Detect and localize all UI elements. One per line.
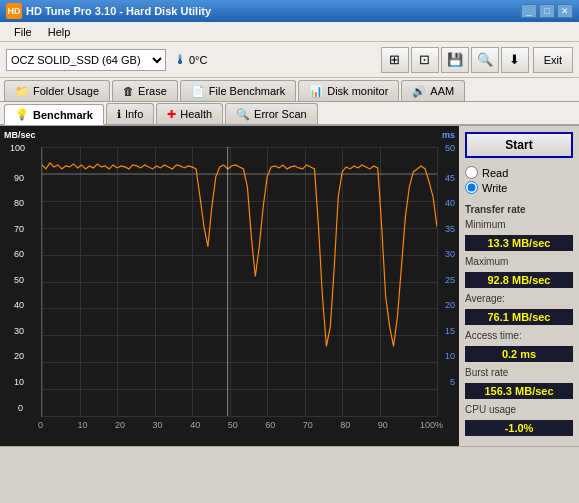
- toolbar-btn-3[interactable]: 💾: [441, 47, 469, 73]
- tab-label-aam: AAM: [430, 85, 454, 97]
- x-60: 60: [265, 420, 275, 430]
- x-20: 20: [115, 420, 125, 430]
- disk-icon: 📊: [309, 85, 323, 98]
- y-left-70: 70: [14, 224, 24, 234]
- file-icon: 📄: [191, 85, 205, 98]
- x-40: 40: [190, 420, 200, 430]
- radio-write-input[interactable]: [465, 181, 478, 194]
- x-0: 0: [38, 420, 43, 430]
- tab-label-error-scan: Error Scan: [254, 108, 307, 120]
- erase-icon: 🗑: [123, 85, 134, 97]
- radio-read-label: Read: [482, 167, 508, 179]
- toolbar-btn-5[interactable]: ⬇: [501, 47, 529, 73]
- tab-info[interactable]: ℹ Info: [106, 103, 154, 124]
- y-left-50: 50: [14, 275, 24, 285]
- tab-label-file-benchmark: File Benchmark: [209, 85, 285, 97]
- toolbar-icons: ⊞ ⊡ 💾 🔍 ⬇: [381, 47, 529, 73]
- average-label: Average:: [465, 293, 573, 304]
- y-right-10: 10: [445, 351, 455, 361]
- x-100: 100%: [420, 420, 443, 430]
- chart-area: MB/sec ms 100 90 80 70 60 50 40 30 20 10…: [0, 126, 459, 446]
- y-right-40: 40: [445, 198, 455, 208]
- access-time-label: Access time:: [465, 330, 573, 341]
- radio-write-label: Write: [482, 182, 507, 194]
- minimum-value: 13.3 MB/sec: [465, 235, 573, 251]
- tab-label-disk-monitor: Disk monitor: [327, 85, 388, 97]
- tab-file-benchmark[interactable]: 📄 File Benchmark: [180, 80, 296, 101]
- x-50: 50: [228, 420, 238, 430]
- maximize-button[interactable]: □: [539, 4, 555, 18]
- y-left-20: 20: [14, 351, 24, 361]
- minimum-label: Minimum: [465, 219, 573, 230]
- y-left-100: 100: [10, 143, 25, 153]
- exit-button[interactable]: Exit: [533, 47, 573, 73]
- aam-icon: 🔊: [412, 85, 426, 98]
- x-90: 90: [378, 420, 388, 430]
- tab-label-health: Health: [180, 108, 212, 120]
- burst-rate-value: 156.3 MB/sec: [465, 383, 573, 399]
- y-left-10: 10: [14, 377, 24, 387]
- drive-select[interactable]: OCZ SOLID_SSD (64 GB): [6, 49, 166, 71]
- grid-h-0: [42, 416, 437, 417]
- tab-aam[interactable]: 🔊 AAM: [401, 80, 465, 101]
- window-controls: _ □ ✕: [521, 4, 573, 18]
- folder-icon: 📁: [15, 85, 29, 98]
- x-30: 30: [153, 420, 163, 430]
- health-icon: ✚: [167, 108, 176, 121]
- info-icon: ℹ: [117, 108, 121, 121]
- y-left-40: 40: [14, 300, 24, 310]
- y-label-left: MB/sec: [4, 130, 36, 140]
- grid-v-100: [437, 147, 438, 416]
- average-value: 76.1 MB/sec: [465, 309, 573, 325]
- radio-read[interactable]: Read: [465, 166, 573, 179]
- cpu-usage-label: CPU usage: [465, 404, 573, 415]
- close-button[interactable]: ✕: [557, 4, 573, 18]
- benchmark-chart: [42, 147, 437, 416]
- toolbar-btn-4[interactable]: 🔍: [471, 47, 499, 73]
- radio-group: Read Write: [465, 166, 573, 194]
- y-right-20: 20: [445, 300, 455, 310]
- y-left-90: 90: [14, 173, 24, 183]
- minimize-button[interactable]: _: [521, 4, 537, 18]
- benchmark-icon: 💡: [15, 108, 29, 121]
- y-left-0: 0: [18, 403, 23, 413]
- y-label-right: ms: [442, 130, 455, 140]
- maximum-value: 92.8 MB/sec: [465, 272, 573, 288]
- app-icon: HD: [6, 3, 22, 19]
- toolbar-btn-2[interactable]: ⊡: [411, 47, 439, 73]
- radio-write[interactable]: Write: [465, 181, 573, 194]
- tab-disk-monitor[interactable]: 📊 Disk monitor: [298, 80, 399, 101]
- tab-benchmark[interactable]: 💡 Benchmark: [4, 104, 104, 125]
- toolbar-btn-1[interactable]: ⊞: [381, 47, 409, 73]
- y-right-30: 30: [445, 249, 455, 259]
- menu-bar: File Help: [0, 22, 579, 42]
- transfer-rate-label: Transfer rate: [465, 204, 573, 215]
- cpu-usage-value: -1.0%: [465, 420, 573, 436]
- tab-health[interactable]: ✚ Health: [156, 103, 223, 124]
- menu-file[interactable]: File: [6, 24, 40, 40]
- title-bar: HD HD Tune Pro 3.10 - Hard Disk Utility …: [0, 0, 579, 22]
- y-right-25: 25: [445, 275, 455, 285]
- tab-erase[interactable]: 🗑 Erase: [112, 80, 178, 101]
- temperature-value: 0°C: [189, 54, 207, 66]
- menu-help[interactable]: Help: [40, 24, 79, 40]
- tabs-row-1: 📁 Folder Usage 🗑 Erase 📄 File Benchmark …: [0, 78, 579, 102]
- tab-label-folder-usage: Folder Usage: [33, 85, 99, 97]
- y-left-60: 60: [14, 249, 24, 259]
- radio-read-input[interactable]: [465, 166, 478, 179]
- tab-error-scan[interactable]: 🔍 Error Scan: [225, 103, 318, 124]
- tabs-row-2: 💡 Benchmark ℹ Info ✚ Health 🔍 Error Scan: [0, 102, 579, 126]
- thermometer-icon: 🌡: [174, 52, 187, 67]
- tab-folder-usage[interactable]: 📁 Folder Usage: [4, 80, 110, 101]
- y-left-30: 30: [14, 326, 24, 336]
- x-80: 80: [340, 420, 350, 430]
- main-content: MB/sec ms 100 90 80 70 60 50 40 30 20 10…: [0, 126, 579, 446]
- temperature-indicator: 🌡 0°C: [174, 52, 207, 67]
- right-panel: Start Read Write Transfer rate Minimum 1…: [459, 126, 579, 446]
- x-10: 10: [78, 420, 88, 430]
- chart-inner: 100 90 80 70 60 50 40 30 20 10 0 50 45 4…: [41, 147, 437, 417]
- toolbar: OCZ SOLID_SSD (64 GB) 🌡 0°C ⊞ ⊡ 💾 🔍 ⬇ Ex…: [0, 42, 579, 78]
- maximum-label: Maximum: [465, 256, 573, 267]
- start-button[interactable]: Start: [465, 132, 573, 158]
- title-text: HD Tune Pro 3.10 - Hard Disk Utility: [26, 5, 521, 17]
